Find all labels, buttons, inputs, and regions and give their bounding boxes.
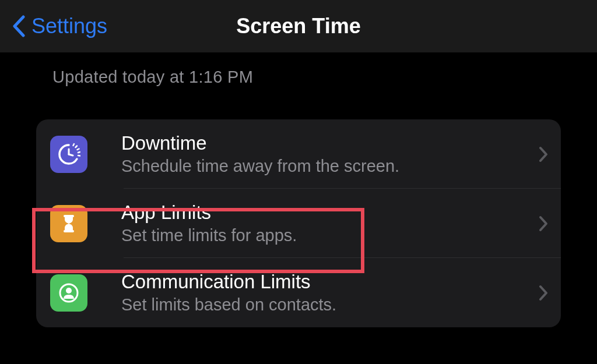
downtime-icon (50, 136, 87, 173)
svg-point-10 (66, 288, 72, 294)
item-label-block: Communication Limits Set limits based on… (121, 271, 527, 314)
hourglass-icon (50, 205, 87, 242)
back-button[interactable]: Settings (12, 14, 107, 38)
item-title: App Limits (121, 202, 527, 224)
list-item-downtime[interactable]: Downtime Schedule time away from the scr… (36, 119, 561, 189)
chevron-right-icon (539, 146, 548, 162)
back-label: Settings (31, 14, 107, 38)
item-subtitle: Set limits based on contacts. (121, 295, 527, 314)
svg-line-5 (73, 144, 75, 146)
svg-line-2 (78, 152, 80, 153)
updated-status: Updated today at 1:16 PM (52, 68, 597, 87)
page-title: Screen Time (236, 14, 360, 38)
svg-line-1 (69, 154, 73, 156)
item-subtitle: Schedule time away from the screen. (121, 157, 527, 176)
list-item-communication-limits[interactable]: Communication Limits Set limits based on… (36, 258, 561, 327)
chevron-right-icon (539, 285, 548, 301)
chevron-right-icon (539, 215, 548, 232)
svg-line-3 (78, 149, 79, 150)
navbar: Settings Screen Time (0, 0, 597, 52)
svg-rect-7 (64, 215, 74, 217)
svg-line-4 (76, 146, 78, 147)
item-label-block: Downtime Schedule time away from the scr… (121, 132, 527, 176)
item-title: Communication Limits (121, 271, 527, 293)
item-subtitle: Set time limits for apps. (121, 226, 527, 245)
item-label-block: App Limits Set time limits for apps. (121, 202, 527, 245)
svg-line-6 (78, 156, 80, 156)
item-title: Downtime (121, 132, 527, 154)
list-item-app-limits[interactable]: App Limits Set time limits for apps. (36, 189, 561, 258)
chevron-left-icon (12, 15, 26, 37)
contact-icon (50, 274, 87, 312)
svg-rect-8 (64, 230, 74, 232)
settings-list: Downtime Schedule time away from the scr… (36, 119, 561, 327)
